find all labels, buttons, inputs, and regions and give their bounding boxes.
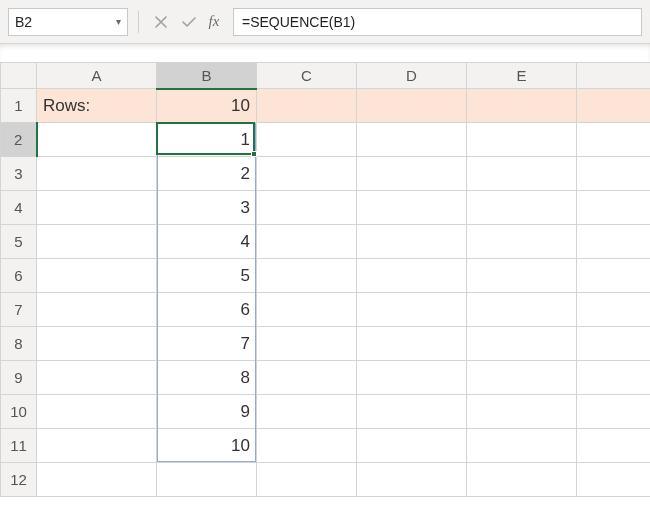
- cell-C4[interactable]: [257, 191, 357, 225]
- cell-D4[interactable]: [357, 191, 467, 225]
- row-header-4[interactable]: 4: [1, 191, 37, 225]
- row-header-11[interactable]: 11: [1, 429, 37, 463]
- cell-D3[interactable]: [357, 157, 467, 191]
- row-header-12[interactable]: 12: [1, 463, 37, 497]
- cell-F7[interactable]: [577, 293, 651, 327]
- cell-D7[interactable]: [357, 293, 467, 327]
- cell-E3[interactable]: [467, 157, 577, 191]
- cell-E6[interactable]: [467, 259, 577, 293]
- cell-C1[interactable]: [257, 89, 357, 123]
- cell-B3[interactable]: 2: [157, 157, 257, 191]
- cell-A10[interactable]: [37, 395, 157, 429]
- formula-bar[interactable]: =SEQUENCE(B1): [233, 8, 642, 36]
- col-header-C[interactable]: C: [257, 63, 357, 89]
- row-header-5[interactable]: 5: [1, 225, 37, 259]
- cell-B9[interactable]: 8: [157, 361, 257, 395]
- col-header-extra[interactable]: [577, 63, 651, 89]
- cell-E7[interactable]: [467, 293, 577, 327]
- row-header-7[interactable]: 7: [1, 293, 37, 327]
- cell-D6[interactable]: [357, 259, 467, 293]
- col-header-D[interactable]: D: [357, 63, 467, 89]
- cell-F9[interactable]: [577, 361, 651, 395]
- row-header-10[interactable]: 10: [1, 395, 37, 429]
- cell-F2[interactable]: [577, 123, 651, 157]
- table-row: 9 8: [1, 361, 651, 395]
- col-header-A[interactable]: A: [37, 63, 157, 89]
- row-header-9[interactable]: 9: [1, 361, 37, 395]
- cell-D9[interactable]: [357, 361, 467, 395]
- cell-E2[interactable]: [467, 123, 577, 157]
- cell-C10[interactable]: [257, 395, 357, 429]
- cell-F1[interactable]: [577, 89, 651, 123]
- cell-D1[interactable]: [357, 89, 467, 123]
- insert-function-button[interactable]: fx: [205, 10, 229, 34]
- cell-A11[interactable]: [37, 429, 157, 463]
- cell-C7[interactable]: [257, 293, 357, 327]
- cell-F11[interactable]: [577, 429, 651, 463]
- cell-B11[interactable]: 10: [157, 429, 257, 463]
- cell-B7[interactable]: 6: [157, 293, 257, 327]
- cell-E4[interactable]: [467, 191, 577, 225]
- col-header-B[interactable]: B: [157, 63, 257, 89]
- cell-E9[interactable]: [467, 361, 577, 395]
- cell-E1[interactable]: [467, 89, 577, 123]
- spreadsheet-grid[interactable]: A B C D E 1 Rows: 10 2 1: [0, 62, 650, 497]
- cell-A7[interactable]: [37, 293, 157, 327]
- cell-B2[interactable]: 1: [157, 123, 257, 157]
- cell-B12[interactable]: [157, 463, 257, 497]
- cell-C2[interactable]: [257, 123, 357, 157]
- cell-E5[interactable]: [467, 225, 577, 259]
- cell-C8[interactable]: [257, 327, 357, 361]
- cell-F10[interactable]: [577, 395, 651, 429]
- cell-F8[interactable]: [577, 327, 651, 361]
- cell-F12[interactable]: [577, 463, 651, 497]
- cell-A8[interactable]: [37, 327, 157, 361]
- cell-D2[interactable]: [357, 123, 467, 157]
- row-header-1[interactable]: 1: [1, 89, 37, 123]
- cell-D11[interactable]: [357, 429, 467, 463]
- cell-A5[interactable]: [37, 225, 157, 259]
- cell-B10[interactable]: 9: [157, 395, 257, 429]
- cell-D8[interactable]: [357, 327, 467, 361]
- cell-A2[interactable]: [37, 123, 157, 157]
- cell-C9[interactable]: [257, 361, 357, 395]
- cell-F5[interactable]: [577, 225, 651, 259]
- row-header-2[interactable]: 2: [1, 123, 37, 157]
- cell-D12[interactable]: [357, 463, 467, 497]
- cell-D10[interactable]: [357, 395, 467, 429]
- cell-E10[interactable]: [467, 395, 577, 429]
- cell-C5[interactable]: [257, 225, 357, 259]
- formula-toolbar: B2 ▾ fx =SEQUENCE(B1): [0, 0, 650, 44]
- cell-E8[interactable]: [467, 327, 577, 361]
- cell-E11[interactable]: [467, 429, 577, 463]
- cancel-icon[interactable]: [149, 10, 173, 34]
- cell-B6[interactable]: 5: [157, 259, 257, 293]
- cell-A4[interactable]: [37, 191, 157, 225]
- cell-B4[interactable]: 3: [157, 191, 257, 225]
- cell-C6[interactable]: [257, 259, 357, 293]
- cell-C12[interactable]: [257, 463, 357, 497]
- checkmark-icon[interactable]: [177, 10, 201, 34]
- col-header-E[interactable]: E: [467, 63, 577, 89]
- cell-D5[interactable]: [357, 225, 467, 259]
- cell-B1[interactable]: 10: [157, 89, 257, 123]
- row-header-6[interactable]: 6: [1, 259, 37, 293]
- select-all-corner[interactable]: [1, 63, 37, 89]
- row-header-8[interactable]: 8: [1, 327, 37, 361]
- cell-A9[interactable]: [37, 361, 157, 395]
- cell-C3[interactable]: [257, 157, 357, 191]
- cell-F3[interactable]: [577, 157, 651, 191]
- cell-E12[interactable]: [467, 463, 577, 497]
- cell-B5[interactable]: 4: [157, 225, 257, 259]
- cell-A12[interactable]: [37, 463, 157, 497]
- cell-A6[interactable]: [37, 259, 157, 293]
- name-box[interactable]: B2 ▾: [8, 8, 128, 36]
- cell-F6[interactable]: [577, 259, 651, 293]
- row-header-3[interactable]: 3: [1, 157, 37, 191]
- cell-A1[interactable]: Rows:: [37, 89, 157, 123]
- cell-C11[interactable]: [257, 429, 357, 463]
- cell-A3[interactable]: [37, 157, 157, 191]
- cell-B8[interactable]: 7: [157, 327, 257, 361]
- cell-F4[interactable]: [577, 191, 651, 225]
- table-row: 5 4: [1, 225, 651, 259]
